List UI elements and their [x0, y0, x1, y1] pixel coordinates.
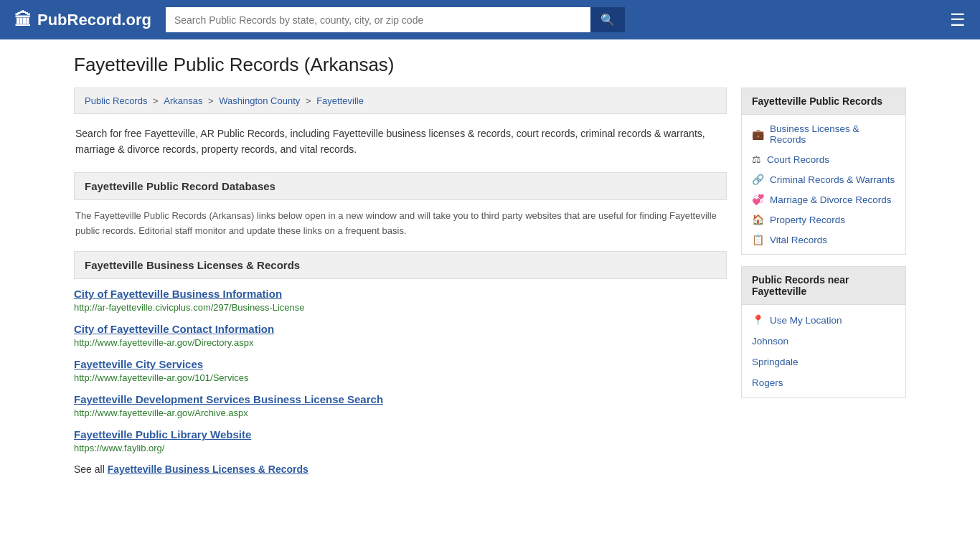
scales-icon: ⚖ — [752, 154, 761, 165]
content-wrapper: Fayetteville Public Records (Arkansas) P… — [60, 39, 920, 489]
business-link-2-url: http://www.fayetteville-ar.gov/Directory… — [74, 337, 253, 348]
main-layout: Public Records > Arkansas > Washington C… — [74, 88, 906, 475]
building-icon: 🏛 — [14, 10, 32, 30]
sidebar-item-property-records[interactable]: 🏠 Property Records — [742, 209, 905, 230]
record-link-block-4: Fayetteville Development Services Busine… — [74, 393, 727, 418]
business-link-1-title[interactable]: City of Fayetteville Business Informatio… — [74, 288, 727, 300]
sidebar-link-criminal-records[interactable]: Criminal Records & Warrants — [770, 174, 895, 185]
sidebar-link-johnson[interactable]: Johnson — [752, 336, 788, 347]
page-title: Fayetteville Public Records (Arkansas) — [74, 54, 906, 76]
see-all-prefix: See all — [74, 463, 108, 475]
breadcrumb-link-washington-county[interactable]: Washington County — [219, 95, 300, 106]
hamburger-icon: ☰ — [950, 10, 966, 29]
see-all-link[interactable]: Fayetteville Business Licenses & Records — [108, 463, 308, 475]
menu-button[interactable]: ☰ — [950, 10, 966, 30]
sidebar-records-title: Fayetteville Public Records — [742, 88, 905, 115]
business-link-5-title[interactable]: Fayetteville Public Library Website — [74, 428, 727, 441]
business-link-5-url: https://www.faylib.org/ — [74, 443, 164, 453]
business-link-3-url: http://www.fayetteville-ar.gov/101/Servi… — [74, 372, 249, 383]
business-link-4-title[interactable]: Fayetteville Development Services Busine… — [74, 393, 727, 405]
search-wrapper: 🔍 — [166, 7, 625, 32]
header: 🏛 PubRecord.org 🔍 ☰ — [0, 0, 980, 39]
breadcrumb-link-arkansas[interactable]: Arkansas — [164, 95, 202, 106]
sidebar-item-johnson[interactable]: Johnson — [742, 331, 905, 352]
main-content: Public Records > Arkansas > Washington C… — [74, 88, 727, 475]
sidebar-item-business-licenses[interactable]: 💼 Business Licenses & Records — [742, 119, 905, 149]
search-icon: 🔍 — [600, 14, 615, 26]
record-link-block-3: Fayetteville City Services http://www.fa… — [74, 358, 727, 383]
record-link-block-1: City of Fayetteville Business Informatio… — [74, 288, 727, 313]
sidebar-nearby-list: 📍 Use My Location Johnson Springdale Rog… — [742, 305, 905, 397]
sidebar-item-court-records[interactable]: ⚖ Court Records — [742, 149, 905, 169]
see-all-line: See all Fayetteville Business Licenses &… — [74, 463, 727, 475]
link-icon: 🔗 — [752, 174, 764, 185]
sidebar-nearby-title: Public Records near Fayetteville — [742, 267, 905, 305]
search-button[interactable]: 🔍 — [590, 7, 625, 32]
business-section-header: Fayetteville Business Licenses & Records — [74, 251, 727, 279]
breadcrumb-link-fayetteville[interactable]: Fayetteville — [316, 95, 364, 106]
sidebar-nearby-box: Public Records near Fayetteville 📍 Use M… — [741, 266, 906, 398]
logo-text: PubRecord.org — [37, 11, 151, 29]
sidebar-item-use-location[interactable]: 📍 Use My Location — [742, 309, 905, 331]
databases-section-header: Fayetteville Public Record Databases — [74, 172, 727, 200]
location-pin-icon: 📍 — [752, 314, 764, 326]
sidebar-item-springdale[interactable]: Springdale — [742, 352, 905, 372]
record-link-block-2: City of Fayetteville Contact Information… — [74, 323, 727, 348]
sidebar-item-criminal-records[interactable]: 🔗 Criminal Records & Warrants — [742, 169, 905, 189]
nearby-title-line2: Fayetteville — [752, 286, 806, 297]
clipboard-icon: 📋 — [752, 234, 764, 245]
briefcase-icon: 💼 — [752, 128, 764, 140]
sidebar-link-property-records[interactable]: Property Records — [770, 215, 845, 225]
sidebar: Fayetteville Public Records 💼 Business L… — [741, 88, 906, 475]
search-input[interactable] — [166, 7, 590, 32]
heart-icon: 💞 — [752, 194, 764, 205]
breadcrumb: Public Records > Arkansas > Washington C… — [74, 88, 727, 114]
sidebar-link-springdale[interactable]: Springdale — [752, 357, 798, 367]
sidebar-link-business-licenses[interactable]: Business Licenses & Records — [770, 123, 895, 145]
record-link-block-5: Fayetteville Public Library Website http… — [74, 428, 727, 453]
sidebar-records-box: Fayetteville Public Records 💼 Business L… — [741, 88, 906, 255]
sidebar-link-marriage-records[interactable]: Marriage & Divorce Records — [770, 194, 892, 205]
sidebar-link-vital-records[interactable]: Vital Records — [770, 235, 827, 245]
sidebar-item-rogers[interactable]: Rogers — [742, 372, 905, 393]
breadcrumb-link-public-records[interactable]: Public Records — [85, 95, 147, 106]
sidebar-item-vital-records[interactable]: 📋 Vital Records — [742, 230, 905, 250]
house-icon: 🏠 — [752, 214, 764, 225]
breadcrumb-separator-2: > — [208, 95, 216, 106]
editorial-note: The Fayetteville Public Records (Arkansa… — [74, 209, 727, 239]
sidebar-link-rogers[interactable]: Rogers — [752, 377, 783, 388]
sidebar-item-marriage-records[interactable]: 💞 Marriage & Divorce Records — [742, 189, 905, 209]
nearby-title-line1: Public Records near — [752, 274, 849, 286]
business-link-2-title[interactable]: City of Fayetteville Contact Information — [74, 323, 727, 335]
business-link-1-url: http://ar-fayetteville.civicplus.com/297… — [74, 302, 305, 313]
description: Search for free Fayetteville, AR Public … — [74, 126, 727, 158]
sidebar-link-court-records[interactable]: Court Records — [767, 154, 829, 165]
breadcrumb-separator-1: > — [153, 95, 161, 106]
business-link-4-url: http://www.fayetteville-ar.gov/Archive.a… — [74, 408, 248, 418]
breadcrumb-separator-3: > — [306, 95, 314, 106]
business-links: City of Fayetteville Business Informatio… — [74, 288, 727, 453]
logo-area[interactable]: 🏛 PubRecord.org — [14, 10, 151, 30]
sidebar-records-list: 💼 Business Licenses & Records ⚖ Court Re… — [742, 115, 905, 254]
business-link-3-title[interactable]: Fayetteville City Services — [74, 358, 727, 370]
sidebar-link-use-location[interactable]: Use My Location — [770, 315, 842, 326]
